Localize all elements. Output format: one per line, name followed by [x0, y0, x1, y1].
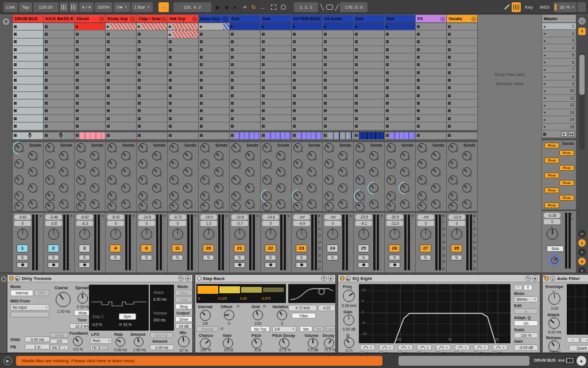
- solo-button[interactable]: S: [172, 255, 183, 260]
- pitch-bend-field[interactable]: 2 st: [25, 344, 50, 350]
- clip-slot[interactable]: [106, 76, 136, 84]
- clip-slot[interactable]: [447, 69, 477, 76]
- pan-knob[interactable]: [79, 229, 90, 240]
- scene-2[interactable]: ▶2: [542, 30, 576, 37]
- clip-slot[interactable]: [44, 62, 74, 69]
- recorded-clip[interactable]: [235, 132, 260, 139]
- clip-slot[interactable]: [106, 85, 136, 92]
- clip-slot[interactable]: [292, 92, 322, 99]
- group-clip[interactable]: ▶: [199, 23, 229, 30]
- clip-slot[interactable]: [168, 39, 198, 46]
- midi-mode-button[interactable]: MIDI: [34, 290, 49, 296]
- clip-slot[interactable]: ▶: [137, 23, 167, 30]
- solo-button[interactable]: S: [389, 255, 400, 260]
- clip-slot[interactable]: [230, 62, 260, 69]
- gain-knob[interactable]: [343, 315, 354, 325]
- clip-slot[interactable]: [323, 53, 353, 61]
- solo-button[interactable]: S: [451, 255, 462, 260]
- clip-slot[interactable]: [261, 53, 291, 61]
- duty-cycle-value[interactable]: 0.0 %: [92, 323, 102, 327]
- clip-slot[interactable]: [385, 53, 415, 61]
- clip-slot[interactable]: [416, 62, 446, 69]
- clip-slot[interactable]: [292, 62, 322, 69]
- clip-slot[interactable]: [199, 99, 229, 107]
- volume-field[interactable]: 0: [417, 221, 434, 226]
- group-clip[interactable]: ▶: [168, 23, 198, 30]
- show-hide-device-view-button[interactable]: ▲: [577, 356, 586, 366]
- group-clip[interactable]: ▶: [106, 23, 136, 30]
- volume-field[interactable]: 0: [448, 221, 465, 226]
- view-toggle-S[interactable]: S: [578, 239, 586, 247]
- clip-slot[interactable]: [261, 39, 291, 46]
- arm-row-slot[interactable]: [75, 132, 105, 140]
- group-clip[interactable]: ▶: [137, 23, 167, 30]
- recorded-clip[interactable]: [359, 132, 384, 139]
- arm-record-button[interactable]: [389, 262, 400, 268]
- scene-play-icon[interactable]: ▶: [544, 68, 546, 71]
- eq-mode-select[interactable]: Stereo▼: [514, 296, 538, 302]
- clip-slot[interactable]: [199, 76, 229, 84]
- gate-select[interactable]: 1/4▼: [272, 326, 296, 332]
- arm-record-button[interactable]: [48, 262, 59, 268]
- clip-slot[interactable]: [323, 76, 353, 84]
- clip-slot[interactable]: [137, 53, 167, 61]
- key-map-button[interactable]: Key: [522, 2, 536, 12]
- clip-slot[interactable]: [106, 53, 136, 61]
- clip-slot[interactable]: [13, 69, 43, 76]
- clip-slot[interactable]: [354, 46, 384, 53]
- device-title-bar[interactable]: ▶ EQ Eight ↻■: [338, 275, 540, 282]
- arm-row-slot[interactable]: [416, 132, 446, 140]
- ms-toggle[interactable]: ms: [50, 345, 59, 350]
- clip-slot[interactable]: [44, 122, 74, 130]
- clip-slot[interactable]: [13, 92, 43, 99]
- loop-switch[interactable]: [326, 5, 333, 10]
- clip-slot[interactable]: [75, 46, 105, 53]
- master-solo-button[interactable]: Solo: [547, 246, 564, 252]
- scene-14[interactable]: ▶14: [542, 116, 576, 123]
- clip-slot[interactable]: [75, 69, 105, 76]
- clip-slot[interactable]: [106, 69, 136, 76]
- track-header[interactable]: DRUM BUS: [13, 15, 43, 23]
- clip-slot[interactable]: [447, 53, 477, 61]
- clip-slot[interactable]: [385, 39, 415, 46]
- drop-area[interactable]: Drop Files and Devices Here: [478, 15, 542, 273]
- q-knob[interactable]: [344, 338, 354, 348]
- clip-slot[interactable]: [44, 46, 74, 53]
- stop-all-clips-button[interactable]: [543, 133, 546, 136]
- arm-row-slot[interactable]: [168, 132, 198, 140]
- time-signature-field[interactable]: 4 / 4: [79, 2, 94, 12]
- clip-slot[interactable]: [292, 122, 322, 130]
- lfo-sync-toggle[interactable]: ♪: [99, 345, 108, 350]
- arm-record-button[interactable]: [234, 262, 245, 268]
- clip-slot[interactable]: [44, 30, 74, 38]
- recorded-clip[interactable]: [80, 132, 105, 139]
- clip-slot[interactable]: [44, 108, 74, 115]
- grid-knob[interactable]: [253, 310, 263, 320]
- clip-slot[interactable]: ▶: [230, 23, 260, 30]
- track-header[interactable]: Vocals▾: [447, 15, 477, 23]
- clip-slot[interactable]: [447, 108, 477, 115]
- save-preset-icon[interactable]: ■: [328, 275, 334, 281]
- attack-value[interactable]: 6.00 ms: [153, 297, 167, 301]
- re-enable-automation-button[interactable]: ←: [261, 4, 266, 10]
- clip-slot[interactable]: [354, 92, 384, 99]
- clip-slot[interactable]: [385, 76, 415, 84]
- scrollbar-thumb[interactable]: [579, 55, 585, 95]
- release-value[interactable]: 200 ms: [153, 318, 165, 322]
- clip-slot[interactable]: [75, 76, 105, 84]
- rate-knob[interactable]: [115, 337, 125, 347]
- view-toggle-IO[interactable]: IO: [578, 230, 586, 237]
- pitch-mode-button[interactable]: Pitch: [175, 290, 192, 296]
- clip-slot[interactable]: [230, 30, 260, 38]
- device-chain-indicator-icon[interactable]: [1, 277, 6, 282]
- scene-scrollbar[interactable]: [579, 53, 585, 150]
- volume-field[interactable]: 0: [14, 221, 31, 226]
- clip-slot[interactable]: [199, 39, 229, 46]
- solo-button[interactable]: S: [358, 255, 369, 260]
- clip-slot[interactable]: [323, 69, 353, 76]
- clip-slot[interactable]: [230, 46, 260, 53]
- clip-slot[interactable]: [13, 23, 43, 30]
- return-post-toggle-F[interactable]: Post: [559, 180, 574, 186]
- solo-button[interactable]: S: [296, 255, 307, 260]
- eq-curve-display[interactable]: 12 6 0 -6 -12 100 1k 10k: [359, 284, 510, 343]
